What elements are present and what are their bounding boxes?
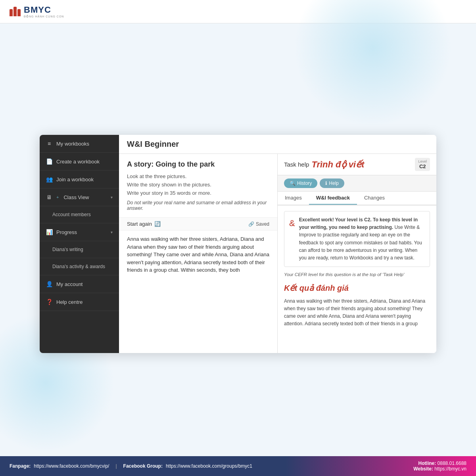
task-instruction-2: Write the story shown in the pictures.: [127, 182, 269, 188]
sidebar: ≡ My workbooks 📄 Create a workbook 👥 Joi…: [40, 135, 119, 353]
sidebar-label-dianas-activity: Diana's activity & awards: [52, 264, 105, 269]
sidebar-label-help-centre: Help centre: [56, 299, 83, 305]
website-url[interactable]: https://bmyc.vn: [434, 466, 466, 472]
sidebar-item-join-workbook[interactable]: 👥 Join a workbook: [40, 171, 119, 188]
sidebar-label-my-workbooks: My workbooks: [56, 141, 89, 147]
help-label: Help: [329, 180, 339, 186]
sidebar-label-class-view: Class View: [63, 194, 89, 200]
progress-icon: 📊: [46, 229, 52, 235]
sample-answer-text: Anna was walking with her three sisters,…: [284, 298, 430, 328]
logo-text: BMYC ĐỒNG HÀNH CÙNG CON: [24, 5, 64, 18]
overlay-result-text: Kết quả đánh giá: [284, 282, 430, 294]
level-badge: Level C2: [415, 158, 430, 171]
writing-panel: A story: Going to the park Look at the t…: [119, 154, 278, 353]
task-box: A story: Going to the park Look at the t…: [119, 154, 277, 218]
help-button[interactable]: ℹ Help: [320, 178, 344, 188]
sidebar-item-dianas-writing[interactable]: Diana's writing: [40, 241, 119, 258]
history-label: History: [297, 180, 312, 186]
tab-images[interactable]: Images: [278, 192, 309, 205]
tab-changes[interactable]: Changes: [357, 192, 392, 205]
sidebar-label-dianas-writing: Diana's writing: [52, 247, 83, 252]
menu-icon: ≡: [46, 140, 52, 147]
sidebar-item-my-account[interactable]: 👤 My account: [40, 275, 119, 293]
start-again-button[interactable]: Start again 🔄: [127, 221, 161, 227]
question-icon: ℹ: [325, 180, 327, 186]
logo-icon: [10, 7, 21, 16]
content-area: A story: Going to the park Look at the t…: [119, 154, 436, 353]
search-icon: 🔍: [290, 180, 296, 186]
logo: BMYC ĐỒNG HÀNH CÙNG CON: [10, 5, 64, 18]
sidebar-item-class-view[interactable]: 🖥 + Class View ▾: [40, 188, 119, 206]
refresh-icon: 🔄: [154, 221, 161, 227]
feedback-content: & Excellent work! Your level is C2. To k…: [278, 205, 436, 353]
main-content: ≡ My workbooks 📄 Create a workbook 👥 Joi…: [0, 24, 476, 456]
sidebar-label-create-workbook: Create a workbook: [56, 159, 100, 165]
sidebar-label-my-account: My account: [56, 281, 83, 287]
class-icon: 🖥: [46, 194, 52, 200]
start-again-label: Start again: [127, 221, 152, 227]
website-label: Website:: [413, 466, 433, 472]
website-row: Website: https://bmyc.vn: [413, 466, 466, 472]
sidebar-item-dianas-activity[interactable]: Diana's activity & awards: [40, 258, 119, 275]
top-header: BMYC ĐỒNG HÀNH CÙNG CON: [0, 0, 476, 23]
logo-bar-2: [13, 7, 17, 16]
logo-main-text: BMYC: [24, 5, 64, 15]
task-note: Do not write your real name and surname …: [127, 200, 269, 211]
level-label: Level: [418, 159, 427, 163]
logo-sub-text: ĐỒNG HÀNH CÙNG CON: [24, 15, 64, 18]
account-icon: 👤: [46, 281, 52, 287]
task-title: A story: Going to the park: [127, 160, 269, 169]
footer-left: Fanpage: https://www.facebook.com/bmycvi…: [10, 463, 252, 469]
hotline-value: 0888.01.6688: [438, 461, 466, 466]
footer: Fanpage: https://www.facebook.com/bmycvi…: [0, 456, 476, 476]
start-again-bar: Start again 🔄 🔗 Saved: [119, 218, 277, 230]
footer-right: Hotline: 0888.01.6688 Website: https://b…: [413, 461, 466, 472]
ampersand-icon: &: [289, 216, 295, 262]
history-button[interactable]: 🔍 History: [284, 178, 317, 188]
task-instruction-1: Look at the three pictures.: [127, 173, 269, 179]
group-label: Facebook Group:: [123, 463, 163, 469]
feedback-tabs: Images W&I feedback Changes: [278, 192, 436, 205]
help-icon: ❓: [46, 299, 52, 305]
chevron-down-icon-progress: ▾: [111, 230, 113, 234]
main-panel: W&I Beginner A story: Going to the park …: [119, 135, 436, 353]
hotline-row: Hotline: 0888.01.6688: [413, 461, 466, 466]
writing-textarea[interactable]: Anna was walking with her three sisters,…: [119, 230, 277, 353]
task-help-panel: Task help Trình độ viết Level C2 🔍 Histo…: [278, 154, 436, 353]
logo-bar-3: [17, 9, 21, 16]
footer-divider: |: [115, 463, 117, 469]
tab-wni-feedback[interactable]: W&I feedback: [309, 192, 357, 205]
sidebar-label-join-workbook: Join a workbook: [56, 177, 94, 182]
sidebar-label-account-members: Account members: [52, 212, 91, 217]
group-url[interactable]: https://www.facebook.com/groups/bmyc1: [166, 463, 252, 469]
sidebar-item-progress[interactable]: 📊 Progress ▾: [40, 223, 119, 241]
sidebar-item-my-workbooks[interactable]: ≡ My workbooks: [40, 135, 119, 153]
workbook-title: W&I Beginner: [127, 140, 179, 148]
task-instruction-3: Write your story in 35 words or more.: [127, 190, 269, 196]
feedback-text: Excellent work! Your level is C2. To kee…: [299, 216, 425, 262]
task-help-title: Task help Trình độ viết: [284, 159, 364, 170]
cefr-note: Your CEFR level for this question is at …: [284, 271, 430, 278]
sidebar-item-account-members[interactable]: Account members: [40, 206, 119, 223]
hotline-label: Hotline:: [418, 461, 436, 466]
saved-label: Saved: [256, 221, 269, 227]
feedback-bold: Excellent work! Your level is C2. To kee…: [299, 217, 418, 230]
task-help-label: Task help: [284, 161, 309, 168]
task-help-header: Task help Trình độ viết Level C2: [278, 154, 436, 175]
join-icon: 👥: [46, 176, 52, 182]
level-value: C2: [418, 163, 427, 169]
chevron-down-icon: ▾: [111, 195, 113, 200]
feedback-box: & Excellent work! Your level is C2. To k…: [284, 211, 430, 267]
logo-bar-1: [10, 9, 13, 16]
fanpage-url[interactable]: https://www.facebook.com/bmycvip/: [34, 463, 109, 469]
writing-content: Anna was walking with her three sisters,…: [127, 236, 269, 273]
saved-badge: 🔗 Saved: [248, 221, 269, 227]
sidebar-label-progress: Progress: [56, 229, 77, 235]
sidebar-item-help-centre[interactable]: ❓ Help centre: [40, 293, 119, 311]
history-help-bar: 🔍 History ℹ Help: [278, 175, 436, 192]
workbook-header: W&I Beginner: [119, 135, 436, 154]
fanpage-label: Fanpage:: [10, 463, 31, 469]
app-window: ≡ My workbooks 📄 Create a workbook 👥 Joi…: [40, 135, 436, 353]
create-icon: 📄: [46, 158, 52, 165]
sidebar-item-create-workbook[interactable]: 📄 Create a workbook: [40, 153, 119, 171]
